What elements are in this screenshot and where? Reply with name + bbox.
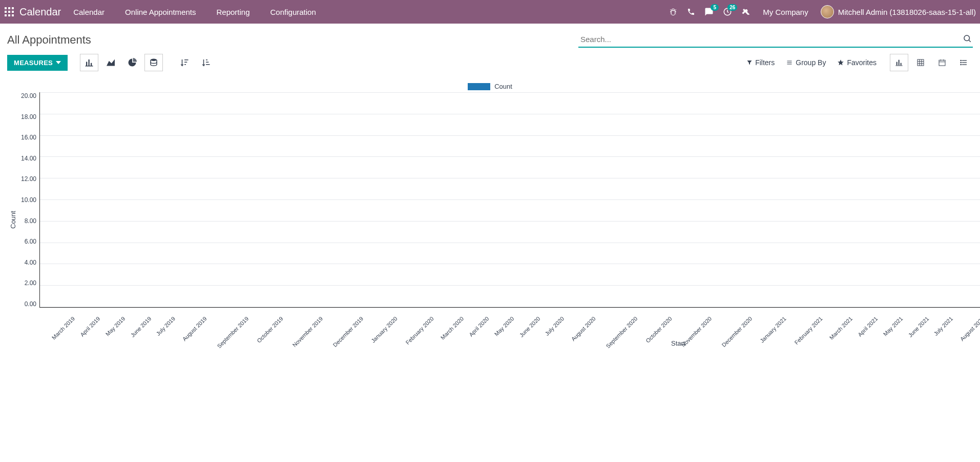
funnel-icon bbox=[746, 59, 753, 66]
avatar bbox=[821, 5, 834, 18]
company-selector[interactable]: My Company bbox=[760, 8, 811, 16]
favorites-button[interactable]: Favorites bbox=[837, 58, 877, 67]
sort-desc-icon[interactable] bbox=[175, 54, 194, 71]
x-tick: October 2020 bbox=[635, 308, 670, 318]
measures-button[interactable]: MEASURES bbox=[7, 55, 68, 71]
sort-asc-icon[interactable] bbox=[197, 54, 215, 71]
nav-reporting[interactable]: Reporting bbox=[213, 8, 253, 16]
view-switcher bbox=[890, 54, 973, 71]
y-axis-ticks: 20.0018.0016.0014.0012.0010.008.006.004.… bbox=[17, 92, 39, 308]
topbar: Calendar Calendar Online Appointments Re… bbox=[0, 0, 980, 24]
x-tick: February 2021 bbox=[783, 308, 820, 318]
tools-icon[interactable] bbox=[741, 7, 750, 16]
x-tick: September 2020 bbox=[593, 308, 635, 318]
groupby-button[interactable]: Group By bbox=[786, 58, 826, 67]
activities-badge: 26 bbox=[727, 4, 737, 11]
y-tick: 6.00 bbox=[25, 238, 36, 245]
nav-calendar[interactable]: Calendar bbox=[70, 8, 108, 16]
x-tick: January 2021 bbox=[749, 308, 784, 318]
x-tick: July 2019 bbox=[149, 308, 173, 318]
svg-rect-3 bbox=[5, 11, 7, 13]
page-title: All Appointments bbox=[7, 33, 91, 47]
legend-label: Count bbox=[494, 83, 512, 90]
svg-rect-13 bbox=[89, 59, 90, 66]
svg-rect-35 bbox=[939, 60, 945, 66]
app-brand[interactable]: Calendar bbox=[19, 6, 61, 18]
y-tick: 2.00 bbox=[25, 279, 36, 287]
pie-chart-icon[interactable] bbox=[123, 54, 141, 71]
y-tick: 4.00 bbox=[25, 259, 36, 266]
svg-point-44 bbox=[961, 64, 961, 65]
x-tick: May 2020 bbox=[487, 308, 511, 318]
x-tick: August 2019 bbox=[173, 308, 204, 318]
stacked-icon[interactable] bbox=[144, 54, 163, 71]
svg-point-10 bbox=[964, 35, 970, 41]
user-menu[interactable]: Mitchell Admin (13818026-saas-15-1-all) bbox=[821, 5, 976, 18]
y-tick: 20.00 bbox=[21, 92, 36, 99]
x-tick: July 2021 bbox=[926, 308, 950, 318]
search-options: Filters Group By Favorites bbox=[746, 58, 877, 67]
x-tick: January 2020 bbox=[361, 308, 395, 318]
x-tick: August 2020 bbox=[561, 308, 593, 318]
x-tick: March 2021 bbox=[820, 308, 850, 318]
messages-badge: 5 bbox=[711, 4, 719, 11]
debug-icon[interactable] bbox=[669, 7, 678, 16]
x-tick: March 2020 bbox=[431, 308, 461, 318]
svg-rect-7 bbox=[8, 14, 10, 16]
x-tick: April 2020 bbox=[461, 308, 487, 318]
x-tick: May 2019 bbox=[98, 308, 122, 318]
x-axis-ticks: March 2019April 2019May 2019June 2019Jul… bbox=[43, 308, 980, 318]
view-pivot-icon[interactable] bbox=[911, 54, 930, 71]
svg-rect-0 bbox=[5, 7, 7, 9]
x-tick: November 2020 bbox=[669, 308, 709, 318]
svg-rect-2 bbox=[12, 7, 14, 9]
view-list-icon[interactable] bbox=[954, 54, 973, 71]
list-icon bbox=[786, 59, 793, 66]
search-icon[interactable] bbox=[963, 34, 972, 43]
nav-configuration[interactable]: Configuration bbox=[267, 8, 319, 16]
plot bbox=[39, 92, 980, 308]
view-graph-icon[interactable] bbox=[890, 54, 908, 71]
messages-icon[interactable]: 5 bbox=[704, 7, 714, 16]
y-tick: 8.00 bbox=[25, 217, 36, 225]
x-tick: October 2019 bbox=[246, 308, 281, 318]
chart-area: Count Count 20.0018.0016.0014.0012.0010.… bbox=[0, 76, 980, 352]
favorites-label: Favorites bbox=[847, 58, 877, 67]
phone-icon[interactable] bbox=[687, 8, 695, 16]
svg-line-11 bbox=[969, 40, 970, 42]
svg-rect-30 bbox=[918, 59, 924, 66]
x-tick: March 2019 bbox=[43, 308, 72, 318]
y-tick: 10.00 bbox=[21, 196, 36, 204]
svg-rect-8 bbox=[12, 14, 14, 16]
svg-rect-28 bbox=[901, 63, 902, 66]
x-tick: December 2019 bbox=[321, 308, 361, 318]
y-tick: 16.00 bbox=[21, 134, 36, 141]
bars-container bbox=[40, 92, 980, 307]
svg-rect-27 bbox=[899, 60, 900, 66]
bar-chart-icon[interactable] bbox=[80, 54, 98, 71]
svg-rect-5 bbox=[12, 11, 14, 13]
y-tick: 0.00 bbox=[25, 300, 36, 308]
x-tick: December 2020 bbox=[710, 308, 749, 318]
measures-label: MEASURES bbox=[14, 59, 53, 67]
chart-legend: Count bbox=[7, 83, 973, 90]
user-name: Mitchell Admin (13818026-saas-15-1-all) bbox=[838, 8, 976, 16]
svg-rect-26 bbox=[896, 62, 898, 66]
svg-point-43 bbox=[961, 62, 961, 63]
groupby-label: Group By bbox=[796, 58, 826, 67]
y-tick: 12.00 bbox=[21, 175, 36, 183]
view-calendar-icon[interactable] bbox=[933, 54, 951, 71]
nav-online-appointments[interactable]: Online Appointments bbox=[122, 8, 199, 16]
x-tick: August 2021 bbox=[950, 308, 980, 318]
filters-button[interactable]: Filters bbox=[746, 58, 775, 67]
search-input[interactable] bbox=[578, 32, 973, 48]
apps-icon[interactable] bbox=[4, 7, 14, 17]
y-tick: 18.00 bbox=[21, 113, 36, 120]
x-tick: May 2021 bbox=[875, 308, 900, 318]
control-panel-bottom: MEASURES Filters Group By Favorites bbox=[0, 51, 980, 76]
line-chart-icon[interactable] bbox=[101, 54, 120, 71]
x-tick: February 2020 bbox=[394, 308, 431, 318]
svg-rect-1 bbox=[8, 7, 10, 9]
activities-icon[interactable]: 26 bbox=[723, 7, 732, 16]
svg-point-16 bbox=[151, 59, 157, 62]
